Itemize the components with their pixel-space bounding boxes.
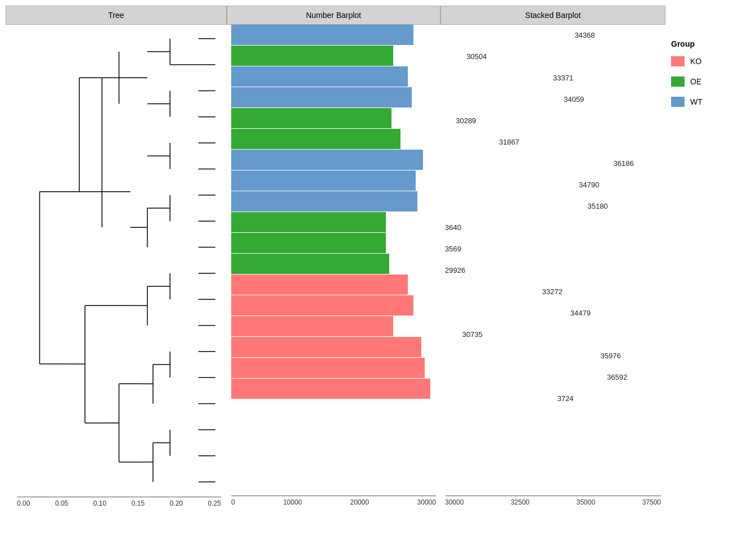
stacked-label-row: 30504 bbox=[445, 46, 661, 67]
stacked-label-row: 34368 bbox=[445, 25, 661, 46]
stacked-label-row: 36186 bbox=[445, 153, 661, 174]
stacked-label-row: 30289 bbox=[445, 110, 661, 131]
stacked-label: 3724 bbox=[557, 394, 574, 403]
legend-label-oe: OE bbox=[690, 77, 701, 86]
bar-row bbox=[231, 170, 436, 191]
bar-row bbox=[231, 295, 436, 316]
stacked-label: 36186 bbox=[614, 159, 634, 168]
tree-header: Tree bbox=[6, 6, 227, 25]
bar-fill bbox=[231, 87, 412, 107]
bar-fill bbox=[231, 358, 425, 378]
stacked-label-row: 3569 bbox=[445, 238, 661, 259]
stacked-axis: 30000 32500 35000 37500 bbox=[440, 496, 665, 506]
legend-item-oe: OE bbox=[671, 76, 756, 87]
bar-row bbox=[231, 212, 436, 232]
bar-row bbox=[231, 46, 436, 66]
legend-item-ko: KO bbox=[671, 56, 756, 66]
bar-row bbox=[231, 254, 436, 274]
bar-fill bbox=[231, 337, 421, 357]
legend-panel: Group KO OE WT bbox=[665, 6, 756, 506]
bar-fill bbox=[231, 150, 423, 170]
stacked-label: 30735 bbox=[462, 330, 483, 339]
bar-fill bbox=[231, 46, 393, 66]
bar-row bbox=[231, 358, 436, 378]
bar-fill bbox=[231, 233, 386, 253]
barplot-axis-0: 0 bbox=[231, 498, 235, 506]
stacked-axis-2: 35000 bbox=[577, 498, 595, 506]
tree-content bbox=[6, 25, 227, 497]
legend-title: Group bbox=[671, 39, 756, 48]
stacked-label: 3569 bbox=[445, 245, 461, 253]
stacked-label: 30504 bbox=[466, 52, 487, 61]
stacked-label-row: 3724 bbox=[445, 388, 661, 409]
stacked-label: 34479 bbox=[570, 309, 591, 317]
bar-fill bbox=[231, 25, 413, 45]
stacked-panel: Stacked Barplot 343683050433371340593028… bbox=[440, 6, 665, 506]
stacked-axis-3: 37500 bbox=[642, 498, 661, 506]
barplot-axis-1: 10000 bbox=[283, 498, 302, 506]
stacked-label: 35976 bbox=[600, 352, 620, 360]
bar-fill bbox=[231, 379, 430, 399]
tree-axis-1: 0.05 bbox=[55, 500, 68, 507]
stacked-label-row: 33371 bbox=[445, 68, 661, 88]
stacked-label: 34790 bbox=[579, 181, 599, 189]
stacked-label: 33371 bbox=[553, 74, 573, 82]
stacked-header: Stacked Barplot bbox=[440, 6, 665, 25]
legend-label-ko: KO bbox=[690, 57, 701, 66]
stacked-label-row: 34790 bbox=[445, 174, 661, 195]
bar-fill bbox=[231, 170, 416, 191]
stacked-axis-0: 30000 bbox=[445, 498, 464, 506]
bar-row bbox=[231, 379, 436, 399]
stacked-label: 36592 bbox=[607, 373, 627, 381]
barplot-header: Number Barplot bbox=[227, 6, 440, 25]
stacked-label: 34368 bbox=[574, 31, 595, 39]
barplot-axis-2: 20000 bbox=[350, 498, 369, 506]
stacked-label: 31867 bbox=[499, 138, 519, 146]
barplot-axis-3: 30000 bbox=[417, 498, 436, 506]
bar-row bbox=[231, 129, 436, 149]
stacked-label-row: 30735 bbox=[445, 324, 661, 345]
stacked-label: 34059 bbox=[564, 95, 584, 104]
bar-row bbox=[231, 66, 436, 87]
stacked-label-row: 34059 bbox=[445, 89, 661, 110]
tree-svg bbox=[6, 25, 227, 497]
bar-row bbox=[231, 274, 436, 295]
bar-fill bbox=[231, 274, 408, 295]
stacked-content: 3436830504333713405930289318673618634790… bbox=[440, 25, 665, 496]
bar-fill bbox=[231, 191, 417, 212]
bar-fill bbox=[231, 212, 386, 232]
bar-row bbox=[231, 87, 436, 107]
legend-color-oe bbox=[671, 76, 685, 87]
bar-fill bbox=[231, 66, 408, 87]
tree-axis: 0.00 0.05 0.10 0.15 0.20 0.25 bbox=[6, 497, 227, 507]
main-container: Tree bbox=[0, 0, 756, 540]
bar-fill bbox=[231, 316, 393, 336]
bar-row bbox=[231, 316, 436, 336]
barplot-axis: 0 10000 20000 30000 bbox=[227, 496, 440, 506]
legend-label-wt: WT bbox=[690, 97, 703, 106]
legend-color-wt bbox=[671, 97, 685, 107]
bar-fill bbox=[231, 254, 389, 274]
stacked-label: 35180 bbox=[587, 202, 608, 210]
bar-fill bbox=[231, 108, 392, 128]
bar-row bbox=[231, 108, 436, 128]
barplot-panel: Number Barplot 0 10000 20000 30000 bbox=[227, 6, 440, 506]
stacked-label-row: 35976 bbox=[445, 345, 661, 366]
stacked-label-row: 3640 bbox=[445, 217, 661, 238]
stacked-label: 30289 bbox=[456, 116, 476, 125]
tree-axis-4: 0.20 bbox=[170, 500, 183, 507]
tree-axis-3: 0.15 bbox=[132, 500, 145, 507]
legend-color-ko bbox=[671, 56, 685, 66]
bar-fill bbox=[231, 295, 413, 316]
bar-row bbox=[231, 150, 436, 170]
bar-row bbox=[231, 25, 436, 45]
stacked-label-row: 35180 bbox=[445, 196, 661, 217]
bar-row bbox=[231, 191, 436, 212]
tree-axis-5: 0.25 bbox=[208, 500, 221, 507]
stacked-label: 29926 bbox=[445, 266, 465, 274]
legend-item-wt: WT bbox=[671, 97, 756, 107]
tree-axis-2: 0.10 bbox=[93, 500, 106, 507]
stacked-label-row: 33272 bbox=[445, 281, 661, 302]
stacked-label-row: 29926 bbox=[445, 260, 661, 281]
bar-fill bbox=[231, 129, 400, 149]
